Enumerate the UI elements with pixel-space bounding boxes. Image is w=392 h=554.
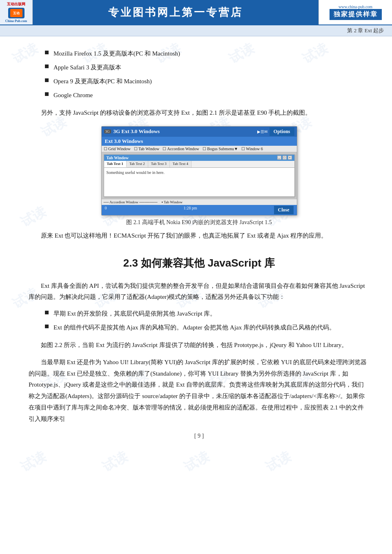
list-item: 早期 Ext 的开发阶段，其底层代码是依附其他 JavaScript 库。 <box>45 309 370 318</box>
phone-screenshot: 3G 3G Ext 3.0 Windows ▶☰✉ Options Ext 3.… <box>101 126 297 216</box>
close-button[interactable]: Close <box>274 206 294 214</box>
list-item: Google Chrome <box>45 90 370 100</box>
header-exclusive: 独家提供样章 <box>330 9 382 20</box>
list-item: Mozilla Firefox 1.5 及更高版本(PC 和 Macintosh… <box>45 49 370 58</box>
phone-tab-2: Tab Text 2 <box>127 161 148 167</box>
phone-window: Tab Window _ □ × Tab Text 1 Tab Text 2 T… <box>104 154 295 197</box>
list-item: Apple Safari 3 及更高版本 <box>45 62 370 72</box>
header-right: www.china-pub.com 独家提供样章 <box>318 0 392 24</box>
phone-app-name: 3G Ext 3.0 Windows <box>114 128 160 135</box>
paragraph-2: 原来 Ext 也可以这样地用！ECMAScript 开拓了我们的眼界，也真正地拓… <box>29 230 370 242</box>
paragraph-3: Ext 库具备全面的 API，尝试着为我们提供完整的整合开发平台，但是如果结合遗… <box>29 280 370 303</box>
phone-status-time: 1:28 pm <box>183 206 197 214</box>
page-header: 互动出版网 互动 China-Pub.com 专业图书网上第一专营店 www.c… <box>0 0 392 25</box>
list-item-text: 早期 Ext 的开发阶段，其底层代码是依附其他 JavaScript 库。 <box>53 309 216 318</box>
phone-statusbar: 3G 3G Ext 3.0 Windows ▶☰✉ Options <box>102 127 297 137</box>
list-item-text: Opera 9 及更高版本(PC 和 Macintosh) <box>53 76 152 86</box>
list-item-text: Mozilla Firefox 1.5 及更高版本(PC 和 Macintosh… <box>53 49 180 58</box>
list-item-text: Apple Safari 3 及更高版本 <box>53 62 121 72</box>
phone-menubar: ☐ Grid Window ☐ Tab Window ☐ Accordion W… <box>102 146 297 152</box>
list-item-text: Google Chrome <box>53 90 93 100</box>
phone-tab-1: Tab Text 1 <box>104 161 127 167</box>
bullet-icon <box>45 325 49 328</box>
list-item: Opera 9 及更高版本(PC 和 Macintosh) <box>45 76 370 86</box>
bullet-icon <box>45 78 49 82</box>
paragraph-5: 当最早期 Ext 还是作为 Yahoo UI! Library(简称 YUI)的… <box>29 357 370 425</box>
logo-bottom-text: China-Pub.com <box>5 19 27 23</box>
phone-tab-3: Tab Text 3 <box>148 161 170 167</box>
header-title: 专业图书网上第一专营店 <box>33 0 318 24</box>
adapter-bullet-list: 早期 Ext 的开发阶段，其底层代码是依附其他 JavaScript 库。 Ex… <box>45 309 370 332</box>
phone-content-area: Something useful would be in here. <box>104 168 294 196</box>
list-item: Ext 的组件代码不是按其他 Ajax 库的风格写的。Adapter 会把其他 … <box>45 323 370 332</box>
phone-status-count: 0 <box>105 206 107 214</box>
phone-appbar: Ext 3.0 Windows <box>102 137 297 146</box>
section-heading: 2.3 如何兼容其他 JavaScript 库 <box>29 256 370 270</box>
bullet-icon <box>45 311 49 314</box>
paragraph-4: 如图 2.2 所示，当前 Ext 为流行的 JavaScript 库提供了功能的… <box>29 340 370 351</box>
header-title-text: 专业图书网上第一专营店 <box>108 5 243 20</box>
bullet-icon <box>45 65 49 68</box>
figure-2-1: 3G 3G Ext 3.0 Windows ▶☰✉ Options Ext 3.… <box>29 126 370 226</box>
phone-window-title-text: Tab Window <box>107 156 129 160</box>
phone-bottom-bar: ── Accordion Window ─────── ▪ Tab Window <box>102 199 297 205</box>
logo: 互动出版网 互动 China-Pub.com <box>0 0 33 24</box>
chapter-bar-text: 第 2 章 Ext 起步 <box>347 27 384 33</box>
phone-app-title: Ext 3.0 Windows <box>105 138 143 145</box>
options-button[interactable]: Options <box>270 127 294 136</box>
main-content: 试读 试读 试读 试读 试读 试读 试读 试读 试读 试读 试读 试读 试读 试… <box>0 36 392 460</box>
figure-caption: 图 2.1 高端手机 Nokia E90 内嵌的浏览器支持 JavaScript… <box>126 219 272 226</box>
bullet-icon <box>45 92 49 96</box>
adapter-list-section: 早期 Ext 的开发阶段，其底层代码是依附其他 JavaScript 库。 Ex… <box>29 309 370 332</box>
chapter-bar: 第 2 章 Ext 起步 <box>0 25 392 36</box>
browser-list-section: Mozilla Firefox 1.5 及更高版本(PC 和 Macintosh… <box>29 49 370 100</box>
logo-icon: 互动 <box>8 8 24 18</box>
phone-tab-4: Tab Text 4 <box>170 161 192 167</box>
list-item-text: Ext 的组件代码不是按其他 Ajax 库的风格写的。Adapter 会把其他 … <box>53 323 335 332</box>
header-url: www.china-pub.com <box>339 4 372 9</box>
section-heading-text: 2.3 如何兼容其他 JavaScript 库 <box>123 257 275 269</box>
phone-tabs: Tab Text 1 Tab Text 2 Tab Text 3 Tab Tex… <box>104 161 294 168</box>
paragraph-1: 另外，支持 JavaScript 的移动设备的浏览器亦可支持 Ext，如图 2.… <box>29 107 370 119</box>
phone-statusbottom: 0 1:28 pm Close <box>102 205 297 215</box>
bullet-icon <box>45 51 49 54</box>
phone-window-titlebar: Tab Window _ □ × <box>104 155 294 161</box>
page-number: [ 9 ] <box>29 433 370 447</box>
browser-bullet-list: Mozilla Firefox 1.5 及更高版本(PC 和 Macintosh… <box>45 49 370 100</box>
logo-top-text: 互动出版网 <box>7 2 25 7</box>
